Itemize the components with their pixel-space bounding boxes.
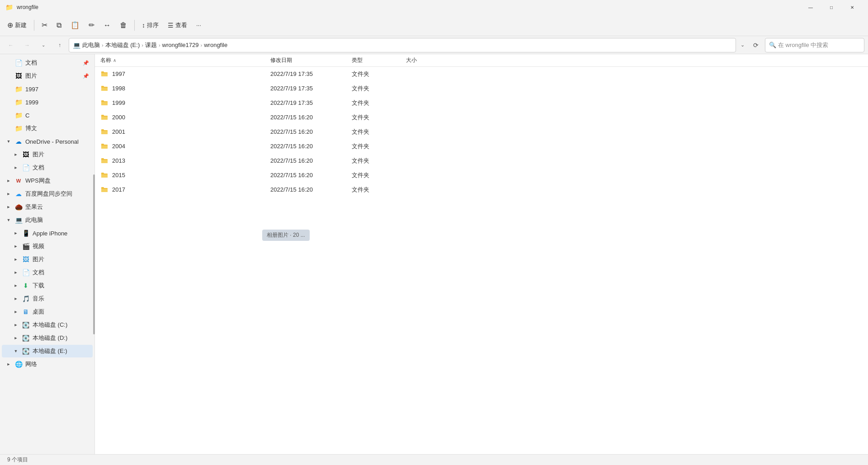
sort-button[interactable]: ↕ 排序 [138, 17, 162, 33]
sidebar-item-disk-d[interactable]: ► 💽 本地磁盘 (D:) [2, 332, 93, 344]
table-row[interactable]: 2000 2022/7/15 16:20 文件夹 [95, 110, 868, 125]
toolbar-separator-2 [134, 20, 135, 31]
sidebar-scrollbar[interactable] [93, 174, 95, 334]
folder-icon [100, 99, 108, 107]
file-date-cell: 2022/7/19 17:35 [270, 85, 352, 92]
table-row[interactable]: 2004 2022/7/15 16:20 文件夹 [95, 139, 868, 154]
table-row[interactable]: 2017 2022/7/15 16:20 文件夹 [95, 183, 868, 197]
sidebar-item-blog[interactable]: 📁 博文 [2, 122, 93, 135]
delete-button[interactable]: 🗑 [116, 17, 131, 33]
breadcrumb-sep-1: › [102, 42, 104, 48]
folder-icon [100, 70, 108, 78]
file-date-cell: 2022/7/15 16:20 [270, 114, 352, 121]
sidebar-item-1997[interactable]: 📁 1997 [2, 83, 93, 95]
refresh-button[interactable]: ⟳ [749, 38, 763, 52]
col-date-header[interactable]: 修改日期 [270, 56, 352, 64]
sidebar-item-desktop[interactable]: ► 🖥 桌面 [2, 305, 93, 318]
sidebar-item-onedrive-pictures[interactable]: ► 🖼 图片 [2, 148, 93, 161]
address-dropdown-button[interactable]: ⌄ [738, 38, 747, 52]
sidebar-item-c[interactable]: 📁 C [2, 109, 93, 122]
iphone-icon: 📱 [22, 229, 30, 237]
sidebar-item-onedrive[interactable]: ▼ ☁ OneDrive - Personal [2, 135, 93, 148]
paste-button[interactable]: 📋 [67, 17, 83, 33]
rename-button[interactable]: ✏ [85, 17, 98, 33]
pin-icon: 📌 [83, 73, 89, 79]
sidebar-item-downloads[interactable]: ► ⬇ 下载 [2, 279, 93, 292]
sidebar-item-documents2[interactable]: ► 📄 文档 [2, 266, 93, 279]
up-button[interactable]: ↑ [52, 38, 67, 52]
sidebar-item-1999[interactable]: 📁 1999 [2, 96, 93, 108]
minimize-button[interactable]: — [800, 0, 821, 14]
wps-icon: W [14, 177, 23, 185]
expand-icon: ► [13, 256, 19, 263]
folder-icon: 📁 [14, 111, 23, 119]
sidebar-item-music[interactable]: ► 🎵 音乐 [2, 292, 93, 305]
sidebar-item-label: 网络 [25, 360, 37, 368]
sidebar-item-label: 本地磁盘 (C:) [33, 321, 67, 329]
breadcrumb-item-wrongfile1729[interactable]: wrongfile1729 [162, 42, 199, 48]
breadcrumb-item-disk[interactable]: 本地磁盘 (E:) [105, 41, 140, 49]
table-row[interactable]: 1999 2022/7/19 17:35 文件夹 [95, 96, 868, 110]
view-button[interactable]: ☰ 查看 [164, 17, 191, 33]
col-sort-arrow: ∧ [113, 58, 116, 63]
sidebar-item-baidu[interactable]: ► ☁ 百度网盘同步空间 [2, 188, 93, 200]
network-icon: 🌐 [14, 360, 23, 368]
breadcrumb-item-computer[interactable]: 💻 此电脑 [73, 41, 100, 49]
sidebar-item-wps[interactable]: ► W WPS网盘 [2, 174, 93, 187]
forward-button[interactable]: → [20, 38, 34, 52]
address-bar[interactable]: 💻 此电脑 › 本地磁盘 (E:) › 课题 › wrongfile1729 ›… [69, 38, 736, 52]
sidebar-item-disk-e[interactable]: ▼ 💽 本地磁盘 (E:) [2, 345, 93, 357]
col-name-header[interactable]: 名称 ∧ [99, 56, 270, 64]
documents-icon: 📄 [22, 164, 30, 172]
downloads-icon: ⬇ [22, 282, 30, 290]
folder-icon [100, 128, 108, 136]
table-row[interactable]: 2015 2022/7/15 16:20 文件夹 [95, 168, 868, 183]
table-row[interactable]: 1998 2022/7/19 17:35 文件夹 [95, 81, 868, 96]
col-type-label: 类型 [352, 57, 363, 63]
table-row[interactable]: 1997 2022/7/19 17:35 文件夹 [95, 67, 868, 81]
disk-c-icon: 💽 [22, 321, 30, 329]
sidebar-item-videos[interactable]: ► 🎬 视频 [2, 240, 93, 253]
breadcrumb-sep-3: › [159, 42, 160, 48]
search-bar[interactable]: 🔍 在 wrongfile 中搜索 [765, 38, 864, 52]
file-name-cell: 2001 [99, 128, 270, 136]
col-type-header[interactable]: 类型 [352, 56, 406, 64]
paste-icon: 📋 [71, 21, 80, 29]
breadcrumb-item-wrongfile[interactable]: wrongfile [204, 42, 227, 48]
sidebar-item-jianguo[interactable]: ► 🌰 坚果云 [2, 201, 93, 213]
sidebar-item-network[interactable]: ► 🌐 网络 [2, 358, 93, 371]
file-type-cell: 文件夹 [352, 85, 406, 93]
close-button[interactable]: ✕ [842, 0, 863, 14]
more-button[interactable]: ··· [193, 17, 205, 33]
expand-icon [5, 125, 12, 132]
sidebar-item-pictures[interactable]: 🖼 图片 📌 [2, 70, 93, 82]
expand-icon: ▼ [13, 348, 19, 354]
sidebar-item-documents[interactable]: 📄 文档 📌 [2, 56, 93, 69]
sidebar-item-thispc[interactable]: ▼ 💻 此电脑 [2, 214, 93, 226]
breadcrumb-item-topic[interactable]: 课题 [145, 41, 157, 49]
copy-button[interactable]: ⧉ [53, 17, 65, 33]
dropdown-history-button[interactable]: ⌄ [36, 38, 51, 52]
title-bar-left: 📁 wrongfile [5, 4, 38, 11]
col-name-label: 名称 [100, 56, 111, 64]
sidebar-item-onedrive-docs[interactable]: ► 📄 文档 [2, 161, 93, 174]
col-size-header[interactable]: 大小 [406, 56, 451, 64]
sidebar-item-pictures2[interactable]: ► 🖼 图片 [2, 253, 93, 266]
sidebar-item-disk-c[interactable]: ► 💽 本地磁盘 (C:) [2, 319, 93, 331]
maximize-button[interactable]: □ [821, 0, 842, 14]
back-button[interactable]: ← [4, 38, 18, 52]
file-name-cell: 2004 [99, 142, 270, 150]
table-row[interactable]: 2013 2022/7/15 16:20 文件夹 [95, 154, 868, 168]
cut-button[interactable]: ✂ [38, 17, 51, 33]
sidebar-item-label: 文档 [33, 268, 44, 277]
new-label: 新建 [15, 21, 27, 29]
app-title: wrongfile [17, 4, 38, 10]
expand-icon [5, 99, 12, 105]
expand-icon: ► [13, 335, 19, 341]
new-button[interactable]: ⊕ 新建 [4, 17, 30, 33]
table-row[interactable]: 2001 2022/7/15 16:20 文件夹 [95, 125, 868, 139]
file-type-cell: 文件夹 [352, 142, 406, 150]
share-button[interactable]: ↔ [100, 17, 114, 33]
sidebar-item-apple-iphone[interactable]: ► 📱 Apple iPhone [2, 227, 93, 240]
new-icon: ⊕ [7, 21, 13, 29]
